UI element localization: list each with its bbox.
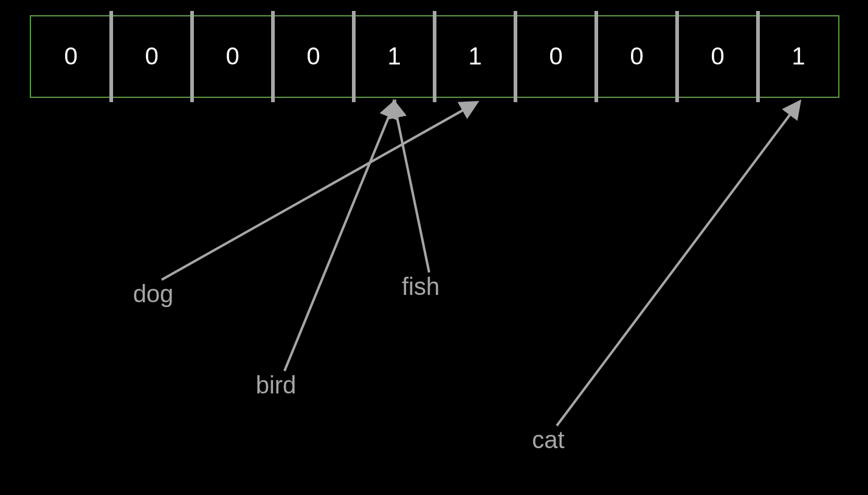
bit-cell-2: 0 [192,16,273,97]
bit-value-6: 0 [549,43,562,69]
bit-cell-0: 0 [30,16,111,97]
bit-cell-8: 0 [677,16,758,97]
bloom-filter-diagram: 0000110001 dogfishbirdcat [0,0,868,495]
input-labels: dogfishbirdcat [133,273,565,453]
bit-value-9: 1 [791,43,805,69]
bit-value-0: 0 [64,43,77,69]
bit-cell-5: 1 [435,16,515,97]
bit-value-7: 0 [630,43,643,69]
arrow-fish [394,103,430,272]
bit-value-2: 0 [226,43,239,69]
arrow-cat [557,103,799,426]
bit-cell-4: 1 [354,16,435,97]
bit-cell-6: 0 [515,16,596,97]
bit-cell-9: 1 [758,16,839,97]
bit-value-5: 1 [468,43,481,69]
bit-cell-7: 0 [596,16,677,97]
bit-value-1: 0 [145,43,158,69]
arrow-bird [284,103,394,371]
bit-value-3: 0 [306,43,320,69]
bit-value-4: 1 [387,43,401,69]
arrow-dog [162,103,475,280]
bit-cell-3: 0 [273,16,354,97]
bit-cell-1: 0 [111,16,192,97]
label-bird: bird [256,372,297,398]
bit-value-8: 0 [711,43,724,69]
label-fish: fish [402,273,439,300]
label-dog: dog [133,280,174,307]
label-cat: cat [532,426,564,453]
